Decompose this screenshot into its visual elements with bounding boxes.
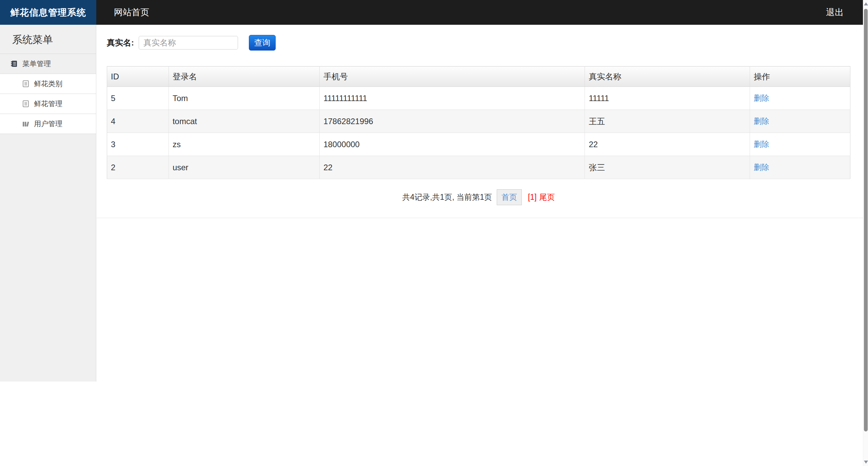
sidebar-item-flower-category[interactable]: 鲜花类别 (0, 74, 96, 94)
cell-phone: 22 (319, 156, 585, 179)
col-header-login: 登录名 (169, 66, 319, 87)
delete-link[interactable]: 删除 (754, 140, 769, 149)
top-navigation: 网站首页 退出 (96, 0, 868, 25)
col-header-id: ID (107, 66, 169, 87)
main-content: 真实名: 查询 ID 登录名 手机号 真实名称 操作 5 (97, 25, 863, 218)
realname-label: 真实名: (107, 37, 134, 48)
logout-link[interactable]: 退出 (826, 6, 844, 18)
cell-realname: 11111 (585, 87, 750, 110)
screen: 鲜花信息管理系统 网站首页 退出 系统菜单 菜单管理 (0, 0, 868, 466)
sidebar-item-label: 菜单管理 (22, 59, 51, 69)
books-icon (22, 120, 30, 128)
pagination-last-link[interactable]: 尾页 (539, 192, 555, 202)
realname-input[interactable] (139, 36, 238, 50)
cell-realname: 王五 (585, 110, 750, 133)
pagination-current-page[interactable]: [1] (528, 193, 537, 202)
pagination-first-link[interactable]: 首页 (497, 189, 522, 205)
scrollbar-thumb[interactable] (864, 9, 868, 431)
sidebar-item-flower-management[interactable]: 鲜花管理 (0, 94, 96, 114)
cell-login: Tom (169, 87, 319, 110)
document-icon (22, 80, 30, 88)
cell-id: 3 (107, 133, 169, 156)
sidebar-item-menu-management[interactable]: 菜单管理 (0, 54, 96, 74)
document-icon (22, 100, 30, 108)
table-row: 5 Tom 11111111111 11111 删除 (107, 87, 850, 110)
sidebar-item-label: 鲜花管理 (34, 99, 62, 109)
sidebar-item-label: 鲜花类别 (34, 79, 62, 89)
cell-realname: 22 (585, 133, 750, 156)
scroll-down-arrow-icon[interactable] (864, 461, 868, 464)
delete-link[interactable]: 删除 (754, 94, 769, 102)
pagination-summary: 共4记录,共1页, 当前第1页 (402, 192, 492, 202)
users-table: ID 登录名 手机号 真实名称 操作 5 Tom 11111111111 111… (107, 66, 850, 179)
table-row: 2 user 22 张三 删除 (107, 156, 850, 179)
cell-phone: 11111111111 (319, 87, 585, 110)
cell-id: 2 (107, 156, 169, 179)
sidebar: 系统菜单 菜单管理 (0, 25, 96, 382)
cell-id: 4 (107, 110, 169, 133)
col-header-action: 操作 (750, 66, 850, 87)
cell-realname: 张三 (585, 156, 750, 179)
sidebar-item-label: 用户管理 (34, 119, 62, 129)
scroll-up-arrow-icon[interactable] (864, 2, 868, 5)
notebook-icon (10, 60, 18, 68)
query-button[interactable]: 查询 (249, 35, 276, 51)
pagination: 共4记录,共1页, 当前第1页 首页 [1] 尾页 (107, 189, 850, 205)
table-row: 3 zs 18000000 22 删除 (107, 133, 850, 156)
cell-login: user (169, 156, 319, 179)
topbar: 鲜花信息管理系统 网站首页 退出 (0, 0, 868, 25)
vertical-scrollbar (863, 0, 868, 466)
cell-phone: 17862821996 (319, 110, 585, 133)
sidebar-heading: 系统菜单 (0, 25, 96, 54)
col-header-realname: 真实名称 (585, 66, 750, 87)
cell-login: zs (169, 133, 319, 156)
search-bar: 真实名: 查询 (107, 35, 850, 51)
cell-login: tomcat (169, 110, 319, 133)
sidebar-item-user-management[interactable]: 用户管理 (0, 114, 96, 134)
delete-link[interactable]: 删除 (754, 163, 769, 172)
table-row: 4 tomcat 17862821996 王五 删除 (107, 110, 850, 133)
table-header-row: ID 登录名 手机号 真实名称 操作 (107, 66, 850, 87)
cell-id: 5 (107, 87, 169, 110)
delete-link[interactable]: 删除 (754, 117, 769, 125)
cell-phone: 18000000 (319, 133, 585, 156)
col-header-phone: 手机号 (319, 66, 585, 87)
nav-home-link[interactable]: 网站首页 (114, 6, 149, 18)
app-title: 鲜花信息管理系统 (0, 0, 96, 25)
